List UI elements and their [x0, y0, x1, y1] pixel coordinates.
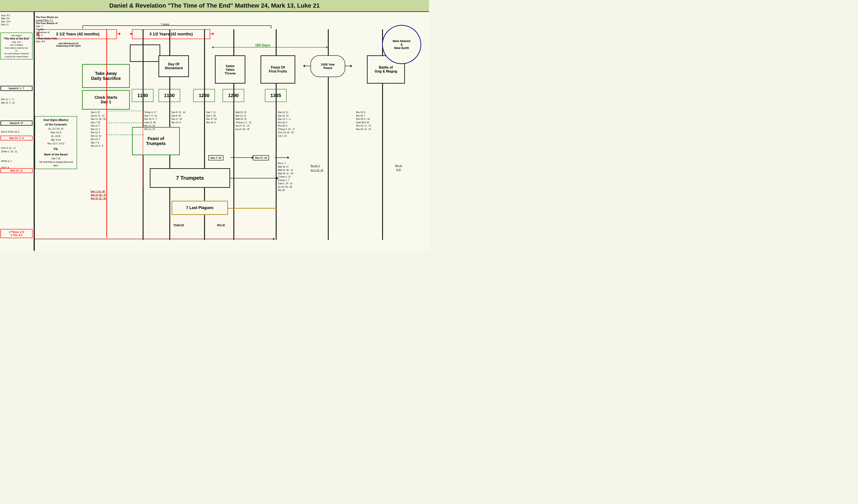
thess-box: 2 Thess. 2:3 1 Tim. 4:1 — [0, 229, 33, 238]
side-refs2: 2Peter 2: 1 — [1, 160, 12, 163]
dan11-refs: Dan 11: 1 - 3 Dan 11: 4 - 22 — [1, 98, 15, 104]
god-signs-box: God Signs (Marks)of His Covenant Ex. 13:… — [35, 116, 77, 169]
days185-label: 185 Days — [255, 44, 270, 47]
dark-red-hline — [35, 239, 273, 239]
header-title: Daniel & Revelation "The Time of The End… — [0, 2, 429, 9]
refs-col6: Dan 7: 11 Dan 7: 26 Rev 17: 16 Rev 14: 8 — [206, 111, 217, 124]
refs-col8b: Rev 1: 7 Matt 16: 27 Matt 24: 30 - 31 Ma… — [278, 162, 293, 192]
dan8-rev13-ref: Dan 8: 8 Rev 13: 3 — [1, 130, 19, 134]
year-peace-box: 1000 Year Peace — [311, 55, 345, 77]
seven-plagues-box: 7 Last Plagues — [172, 201, 228, 215]
green-dashes-1 — [106, 111, 143, 111]
refs-col5: Dan 8: 13 - 14 Dan 8: 26 Rev 17: 16 Rev … — [172, 111, 185, 124]
dan7-12-box: Dan 7: 12 — [208, 155, 223, 160]
red-dotted-1 — [106, 111, 107, 219]
bible-refs-top: Deut. 8:3 Matt. 4:4 Dan. 12:4 Rev.1:3 — [1, 14, 11, 26]
green-dashes-3 — [106, 134, 143, 135]
daniel-box1: Daniel 8: 1 - 7 — [0, 86, 33, 91]
day-atonement-box: Day Of Atonement — [158, 55, 189, 77]
rev17-14-box: Rev 17: 14 — [253, 155, 269, 160]
seven-trumpets-box: 7 Trumpets — [150, 168, 230, 188]
war-box: War begins "The time of the End" Matt. 2… — [0, 33, 33, 60]
green-dashes-2 — [106, 123, 143, 123]
refs-col9: Rev 20: 4 Jer 4: 23 - 29 — [311, 164, 323, 173]
half2-box: 3 1/2 Years (42 months) — [132, 29, 210, 39]
satan-throne-box: Satan Takes Throne — [215, 55, 245, 84]
refs-col7: Matt 24: 15 Dan 12: 11 Matt 24: 16 2Thes… — [236, 111, 251, 131]
feast-first-fruits-box: Feast Of First Fruits — [260, 55, 295, 84]
judgment-box — [130, 45, 160, 62]
side-refs: 2Tim 3: 16 - 17 2Peter 1: 19 - 21 — [1, 147, 17, 153]
matt-box2: Matt 24: 13 — [0, 168, 33, 173]
refs-col3: Dan 9: 27 Dan 8: 11 - 12 Dan 11: 30 - 32… — [91, 111, 106, 148]
take-away-box: Take Away Daily Sacrifice — [82, 64, 130, 88]
winds-section: The Four Winds are Loosed Rev. 7:1 The F… — [36, 16, 79, 43]
seven-years-label: 7 years — [161, 23, 169, 26]
new-heaven-circle: New Heaven & New Earth — [382, 25, 421, 64]
daniel-box2: Daniel 8: 17 — [0, 120, 33, 126]
refs-col4: 1Peter 4: 17 Dan 7: 9 - 10 Rev 14: 6 - 7… — [144, 111, 157, 131]
refs-col11: Rev 21 & 22 — [395, 164, 402, 172]
refs-col3b: Dan 7: 23 - 26 Dan 11: 36 - 37 Rev 13: 1… — [91, 190, 106, 200]
main-content: Deut. 8:3 Matt. 4:4 Dan. 12:4 Rev.1:3 Wa… — [0, 12, 429, 251]
header: Daniel & Revelation "The Time of The End… — [0, 0, 429, 12]
red-dotted-2 — [143, 111, 143, 187]
rev16-label: Rev 16 — [217, 224, 225, 226]
psalm91-label: Psalm 91 — [174, 224, 184, 226]
matt-box1: Matt 24: 4 - 6 — [0, 136, 33, 141]
refs-col10: Rev 20: 5 Rev 20: 7 Rev 20: 8 - 10 Ezek … — [356, 111, 371, 131]
refs-col8: Dan 12: 12 Dan 12: 13 Dan 12: 1 - 3 Rev … — [278, 111, 295, 137]
seven-years-line — [82, 26, 271, 26]
feast-trumpets-box: Feast of Trumpets — [132, 127, 180, 155]
clock-starts-box: Clock Starts Day 1 — [82, 90, 130, 110]
